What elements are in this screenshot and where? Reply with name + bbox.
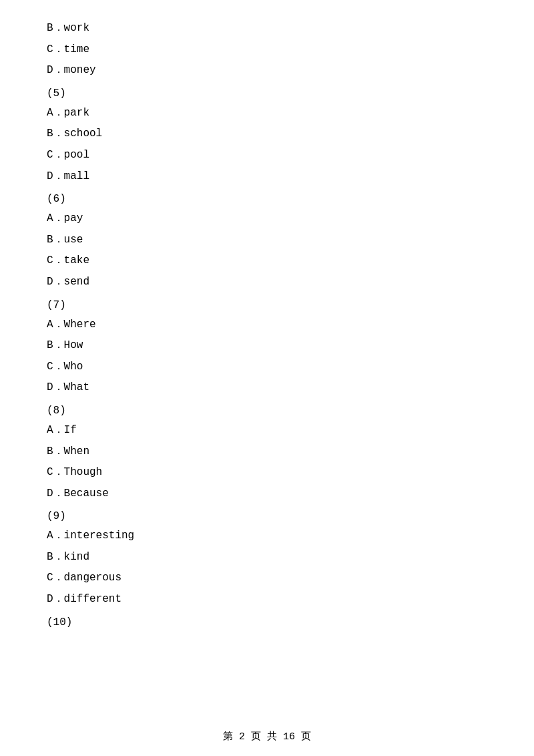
question-9-option-a: A．interesting xyxy=(47,528,487,545)
question-7-option-a: A．Where xyxy=(47,317,487,334)
question-7-number: (7) xyxy=(47,299,487,311)
question-8-option-b: B．When xyxy=(47,443,487,461)
question-5-option-a: A．park xyxy=(47,105,487,122)
question-8-option-d: D．Because xyxy=(47,486,487,503)
question-9-option-c: C．dangerous xyxy=(47,570,487,587)
question-5-option-c: C．pool xyxy=(47,147,487,164)
option-b-work: B．work xyxy=(47,20,487,37)
question-5-option-b: B．school xyxy=(47,126,487,143)
page-content: B．work C．time D．money (5) A．park B．schoo… xyxy=(0,0,534,674)
question-9-number: (9) xyxy=(47,510,487,522)
question-6-option-d: D．send xyxy=(47,274,487,291)
question-8-option-c: C．Though xyxy=(47,464,487,482)
option-c-time: C．time xyxy=(47,41,487,59)
question-5-option-d: D．mall xyxy=(47,168,487,186)
question-6-option-c: C．take xyxy=(47,252,487,270)
question-6-number: (6) xyxy=(47,193,487,205)
question-9-option-d: D．different xyxy=(47,591,487,608)
question-8-option-a: A．If xyxy=(47,422,487,439)
option-d-money: D．money xyxy=(47,62,487,79)
question-7-option-b: B．How xyxy=(47,337,487,355)
question-6-option-a: A．pay xyxy=(47,210,487,228)
question-6-option-b: B．use xyxy=(47,232,487,249)
question-7-option-d: D．What xyxy=(47,379,487,397)
page-footer: 第 2 页 共 16 页 xyxy=(0,730,534,743)
question-5-number: (5) xyxy=(47,87,487,100)
question-8-number: (8) xyxy=(47,405,487,417)
question-7-option-c: C．Who xyxy=(47,359,487,376)
question-9-option-b: B．kind xyxy=(47,549,487,566)
question-10-number: (10) xyxy=(47,616,487,628)
